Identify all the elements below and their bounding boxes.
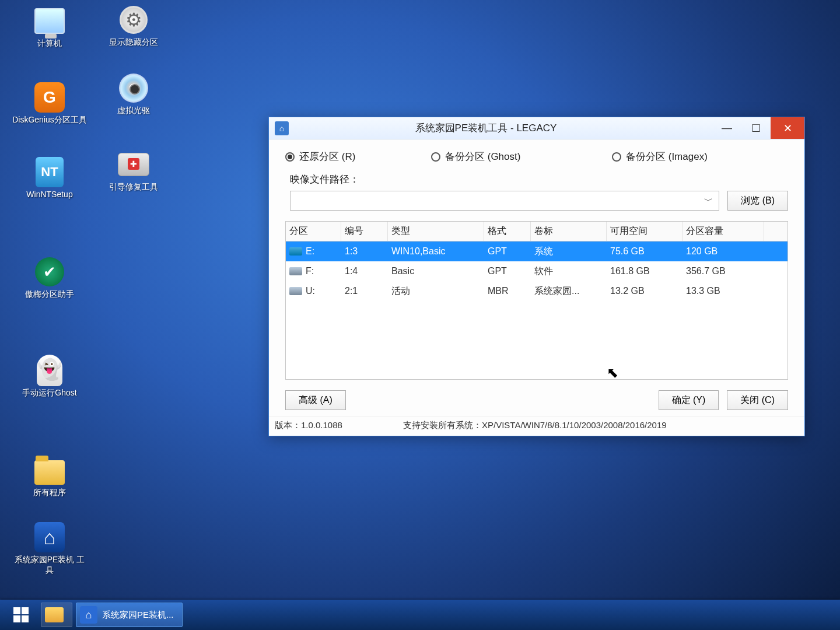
table-header: 分区 编号 类型 格式 卷标 可用空间 分区容量 — [286, 222, 788, 242]
radio-label: 备份分区 (Ghost) — [445, 150, 520, 163]
gear-icon — [117, 5, 150, 35]
mode-radio-group: 还原分区 (R) 备份分区 (Ghost) 备份分区 (Imagex) — [285, 150, 788, 163]
supported-systems-label: 支持安装所有系统：XP/VISTA/WIN7/8/8.1/10/2003/200… — [403, 420, 799, 431]
image-path-controls: ﹀ 浏览 (B) — [290, 191, 788, 211]
radio-label: 备份分区 (Imagex) — [626, 150, 708, 163]
pe-install-window: ⌂ 系统家园PE装机工具 - LEGACY — ☐ ✕ 还原分区 (R) 备份分… — [268, 117, 805, 436]
taskbar-item-label: 系统家园PE装机... — [102, 610, 174, 621]
boot-repair-icon[interactable]: 引导修复工具 — [93, 145, 174, 212]
version-label: 版本：1.0.0.1088 — [275, 420, 403, 431]
app-icon: ⌂ — [275, 121, 289, 135]
col-capacity[interactable]: 分区容量 — [682, 222, 764, 241]
spacer — [354, 390, 650, 410]
cell-number: 1:4 — [341, 266, 388, 276]
radio-unchecked-icon — [612, 152, 621, 162]
titlebar[interactable]: ⌂ 系统家园PE装机工具 - LEGACY — ☐ ✕ — [269, 117, 804, 139]
cell-capacity: 356.7 GB — [682, 266, 764, 276]
cell-volume: 系统 — [531, 246, 607, 258]
col-volume[interactable]: 卷标 — [531, 222, 607, 241]
start-button[interactable] — [5, 603, 37, 627]
diskgenius-icon[interactable]: G DiskGenius分区工具 — [9, 78, 90, 145]
image-path-row: 映像文件路径： — [290, 173, 788, 186]
table-row[interactable]: E:1:3WIN10,BasicGPT系统75.6 GB120 GB — [286, 242, 788, 261]
dg-icon: G — [33, 82, 66, 113]
icon-label: 引导修复工具 — [109, 182, 158, 192]
chevron-down-icon: ﹀ — [704, 195, 713, 206]
cell-capacity: 13.3 GB — [682, 286, 764, 296]
cell-partition: E: — [286, 246, 341, 257]
folder-icon — [33, 455, 66, 485]
ok-button[interactable]: 确定 (Y) — [659, 390, 719, 410]
col-format[interactable]: 格式 — [484, 222, 531, 241]
radio-checked-icon — [285, 152, 295, 162]
button-row: 高级 (A) 确定 (Y) 关闭 (C) — [285, 390, 788, 410]
col-number[interactable]: 编号 — [341, 222, 388, 241]
cell-number: 1:3 — [341, 246, 388, 257]
icon-label: WinNTSetup — [26, 190, 72, 200]
minimize-button[interactable]: — — [712, 117, 741, 139]
window-controls: — ☐ ✕ — [712, 117, 804, 139]
cell-number: 2:1 — [341, 286, 388, 296]
table-body: E:1:3WIN10,BasicGPT系统75.6 GB120 GBF:1:4B… — [286, 242, 788, 301]
radio-label: 还原分区 (R) — [299, 150, 355, 163]
drive-icon — [289, 287, 302, 295]
icon-label: 手动运行Ghost — [22, 388, 76, 398]
close-button[interactable]: ✕ — [771, 117, 804, 139]
monitor-icon — [33, 6, 66, 36]
window-content: 还原分区 (R) 备份分区 (Ghost) 备份分区 (Imagex) 映像文件… — [269, 139, 804, 416]
winntsetup-icon[interactable]: NT WinNTSetup — [9, 152, 90, 219]
desktop-icons: 计算机 显示隐藏分区 G DiskGenius分区工具 虚拟光驱 NT WinN… — [9, 0, 195, 584]
icon-label: 系统家园PE装机 工具 — [12, 555, 88, 575]
check-circle-icon — [33, 257, 66, 287]
cell-partition: F: — [286, 266, 341, 276]
ghost-icon — [33, 355, 66, 386]
pe-install-tool-icon[interactable]: 系统家园PE装机 工具 — [9, 517, 90, 584]
partition-table: 分区 编号 类型 格式 卷标 可用空间 分区容量 E:1:3WIN10,Basi… — [285, 221, 788, 380]
backup-ghost-radio[interactable]: 备份分区 (Ghost) — [431, 150, 612, 163]
table-row[interactable]: F:1:4BasicGPT软件161.8 GB356.7 GB — [286, 261, 788, 281]
house-icon — [33, 522, 66, 552]
restore-partition-radio[interactable]: 还原分区 (R) — [285, 150, 431, 163]
browse-button[interactable]: 浏览 (B) — [727, 191, 788, 211]
aomei-partition-icon[interactable]: 傲梅分区助手 — [9, 252, 90, 319]
house-icon: ⌂ — [80, 606, 97, 624]
all-programs-icon[interactable]: 所有程序 — [9, 450, 90, 517]
disc-icon — [117, 73, 150, 103]
icon-label: 显示隐藏分区 — [109, 37, 158, 48]
radio-unchecked-icon — [431, 152, 440, 162]
manual-ghost-icon[interactable]: 手动运行Ghost — [9, 351, 90, 418]
cell-format: MBR — [484, 286, 531, 296]
cell-type: 活动 — [388, 285, 484, 298]
virtual-cd-icon[interactable]: 虚拟光驱 — [93, 68, 174, 135]
taskbar-file-explorer[interactable] — [41, 603, 72, 627]
maximize-button[interactable]: ☐ — [741, 117, 771, 139]
image-path-dropdown[interactable]: ﹀ — [290, 191, 719, 211]
taskbar-pe-install-tool[interactable]: ⌂ 系统家园PE装机... — [76, 603, 183, 627]
setup-icon: NT — [33, 157, 66, 187]
cell-free: 13.2 GB — [607, 286, 682, 296]
table-row[interactable]: U:2:1活动MBR系统家园...13.2 GB13.3 GB — [286, 281, 788, 301]
cell-type: Basic — [388, 266, 484, 276]
cell-format: GPT — [484, 246, 531, 257]
icon-label: 计算机 — [37, 38, 62, 49]
cell-volume: 软件 — [531, 265, 607, 278]
cell-free: 161.8 GB — [607, 266, 682, 276]
icon-label: 所有程序 — [33, 488, 66, 498]
col-free[interactable]: 可用空间 — [607, 222, 682, 241]
image-path-label: 映像文件路径： — [290, 173, 359, 186]
backup-imagex-radio[interactable]: 备份分区 (Imagex) — [612, 150, 708, 163]
show-hidden-partition-icon[interactable]: 显示隐藏分区 — [93, 0, 174, 67]
icon-label: 傲梅分区助手 — [25, 289, 74, 300]
col-type[interactable]: 类型 — [388, 222, 484, 241]
taskbar: ⌂ 系统家园PE装机... — [0, 600, 840, 630]
cell-type: WIN10,Basic — [388, 246, 484, 257]
folder-icon — [45, 607, 64, 622]
close-button[interactable]: 关闭 (C) — [727, 390, 788, 410]
drive-icon — [289, 247, 302, 256]
cell-free: 75.6 GB — [607, 246, 682, 257]
window-title: 系统家园PE装机工具 - LEGACY — [295, 121, 712, 135]
col-partition[interactable]: 分区 — [286, 222, 341, 241]
advanced-button[interactable]: 高级 (A) — [285, 390, 346, 410]
status-bar: 版本：1.0.0.1088 支持安装所有系统：XP/VISTA/WIN7/8/8… — [269, 416, 804, 436]
computer-icon[interactable]: 计算机 — [9, 1, 90, 68]
